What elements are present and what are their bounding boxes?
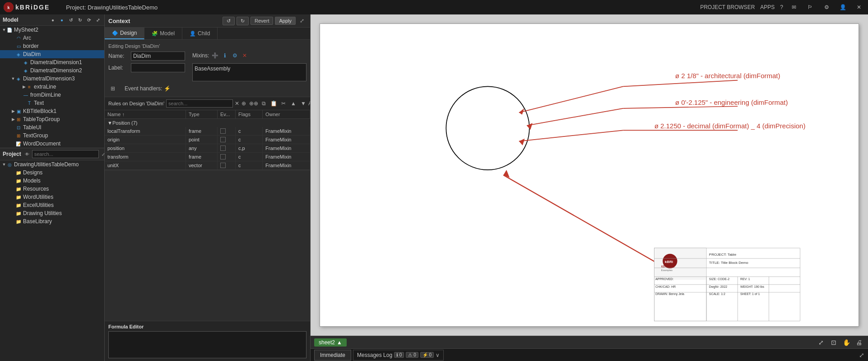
canvas-zoom-icon[interactable]: ⤢ — [816, 337, 826, 348]
tree-item-arc[interactable]: ◠ Arc — [0, 34, 104, 42]
mixins-add-icon[interactable]: ➕ — [211, 52, 219, 60]
mail-icon[interactable]: ✉ — [789, 2, 799, 13]
proj-resources[interactable]: 📁 Resources — [0, 185, 104, 193]
tree-item-dd2[interactable]: ◈ DiametralDimension2 — [0, 66, 104, 75]
rules-down-icon[interactable]: ▼ — [299, 99, 308, 108]
textgroup-icon: ⊞ — [15, 132, 22, 139]
dd1-icon: ◈ — [23, 59, 29, 66]
label-input[interactable] — [131, 63, 185, 72]
rules-az-icon[interactable]: A↕Z — [309, 99, 310, 108]
cell-position-name: position — [105, 144, 186, 152]
proj-designs[interactable]: 📁 Designs — [0, 169, 104, 177]
models-label: Models — [23, 178, 41, 184]
tree-item-tabletopgroup[interactable]: ▶ ⊞ TableTopGroup — [0, 115, 104, 123]
svg-text:ø 0'-2.125" - engineering (dim: ø 0'-2.125" - engineering (dimFormat) — [675, 98, 788, 106]
messages-tab[interactable]: Messages Log ℹ 0 ⚠ 0 ⚡ 0 ∨ — [353, 350, 444, 361]
copy-icon[interactable]: ⊞ — [108, 84, 117, 93]
rules-search-input[interactable] — [166, 99, 233, 108]
cell-origin-owner: FrameMixin — [263, 136, 310, 144]
flag-icon[interactable]: 🏳 — [805, 2, 816, 13]
canvas-pan-icon[interactable]: ✋ — [841, 337, 852, 348]
rules-cut-icon[interactable]: ✂ — [279, 99, 288, 108]
model-icon-1[interactable]: ● — [49, 16, 56, 23]
tree-item-tableui[interactable]: ⊡ TableUI — [0, 123, 104, 131]
mixins-info-icon[interactable]: ℹ — [221, 52, 229, 60]
tree-label-worddoc: WordDocument — [23, 141, 60, 147]
proj-drawingutilities[interactable]: 📁 Drawing Utilities — [0, 209, 104, 217]
undo-button[interactable]: ↺ — [223, 17, 235, 25]
help-link[interactable]: ? — [780, 4, 783, 10]
editing-title: Editing Design 'DiaDim' — [108, 43, 306, 49]
apps-link[interactable]: APPS — [760, 4, 775, 10]
rules-paste-icon[interactable]: 📋 — [269, 99, 278, 108]
tree-item-worddoc[interactable]: 📝 WordDocument — [0, 140, 104, 148]
tree-item-border[interactable]: ▭ border — [0, 42, 104, 50]
mixins-remove-icon[interactable]: ✕ — [241, 52, 249, 60]
canvas-select-icon[interactable]: ⊡ — [828, 337, 839, 348]
proj-baselibrary[interactable]: 📁 BaseLibrary — [0, 217, 104, 225]
project-eye-icon[interactable]: 👁 — [25, 150, 29, 158]
checkbox-position[interactable] — [220, 145, 226, 151]
checkbox-unitx[interactable] — [220, 163, 226, 168]
tree-item-mysheet2[interactable]: ▼ 📄 MySheet2 — [0, 26, 104, 34]
user-icon[interactable]: 👤 — [837, 2, 848, 13]
project-search-input[interactable] — [32, 150, 99, 158]
redo-button[interactable]: ↻ — [237, 17, 249, 25]
proj-root-item[interactable]: ▼ ◎ DrawingUtilitiesTableDemo — [0, 160, 104, 169]
svg-text:kBRiDGE: kBRiDGE — [661, 265, 675, 268]
tree-item-kbtitleblock[interactable]: ▶ ▣ KBTitleBlock1 — [0, 107, 104, 115]
model-icon-3[interactable]: ↺ — [67, 16, 74, 23]
position-group-header[interactable]: ▼ Position (7) — [105, 119, 310, 127]
cell-unitx-flags: c — [236, 161, 263, 169]
immediate-tab[interactable]: Immediate — [314, 350, 351, 361]
svg-text:REV: 1: REV: 1 — [740, 277, 750, 281]
mixins-settings-icon[interactable]: ⚙ — [231, 52, 239, 60]
settings-icon[interactable]: ⚙ — [821, 2, 832, 13]
model-icon-4[interactable]: ↻ — [76, 16, 84, 23]
cell-localtransform-ev — [218, 127, 236, 135]
model-icon-5[interactable]: ⟳ — [85, 16, 93, 23]
checkbox-localtransform[interactable] — [220, 128, 226, 134]
sheet-tab[interactable]: sheet2 ▲ — [314, 338, 347, 347]
svg-text:CHK/CAD: HR: CHK/CAD: HR — [655, 285, 676, 288]
tree-item-fromdimline[interactable]: — fromDimLine — [0, 91, 104, 99]
close-icon[interactable]: ✕ — [854, 2, 864, 13]
tree-label-extraline: extraLine — [34, 84, 56, 90]
tab-design[interactable]: 🔷 Design — [105, 28, 144, 39]
apply-button[interactable]: Apply — [275, 17, 296, 25]
tree-item-diadim[interactable]: ◈ DiaDim — [0, 50, 104, 58]
rules-clear-icon[interactable]: ✕ — [235, 99, 239, 108]
tree-item-dd3[interactable]: ▼ ◈ DiametralDimension3 — [0, 75, 104, 83]
tree-item-dd1[interactable]: ◈ DiametralDimension1 — [0, 58, 104, 66]
name-input[interactable] — [131, 52, 185, 61]
tree-label-mysheet2: MySheet2 — [14, 27, 38, 33]
rules-up-icon[interactable]: ▲ — [289, 99, 298, 108]
proj-wordutilities[interactable]: 📁 WordUtilities — [0, 193, 104, 201]
proj-excelutilities[interactable]: 📁 ExcelUtilities — [0, 201, 104, 209]
model-fullscreen[interactable]: ⤢ — [94, 16, 102, 23]
canvas-print-icon[interactable]: 🖨 — [854, 337, 864, 348]
project-browser-link[interactable]: PROJECT BROWSER — [700, 4, 755, 10]
tab-child[interactable]: 👤 Child — [182, 28, 218, 39]
rules-add-icon[interactable]: ⊕ — [239, 99, 248, 108]
tab-model[interactable]: 🧩 Model — [144, 28, 182, 39]
revert-button[interactable]: Revert — [251, 17, 273, 25]
cell-position-ev — [218, 144, 236, 152]
model-icon-2[interactable]: ● — [58, 16, 65, 23]
messages-expand-icon[interactable]: ∨ — [436, 352, 440, 358]
project-expand-icon[interactable]: ⤢ — [102, 150, 104, 158]
checkbox-transform[interactable] — [220, 154, 226, 159]
rules-addplus-icon[interactable]: ⊕⊕ — [249, 99, 258, 108]
context-fullscreen[interactable]: ⤢ — [297, 16, 306, 25]
tree-item-textgroup[interactable]: ⊞ TextGroup — [0, 131, 104, 140]
bottom-expand-icon[interactable]: ⤢ — [859, 352, 864, 359]
tree-item-text[interactable]: T Text — [0, 99, 104, 107]
formula-area[interactable] — [108, 331, 306, 358]
svg-text:PROJECT: Table: PROJECT: Table — [709, 253, 737, 257]
rules-copy-icon[interactable]: ⧉ — [259, 99, 268, 108]
event-row: Event handlers: ⚡ — [125, 85, 306, 92]
proj-models[interactable]: 📁 Models — [0, 177, 104, 185]
model-header: Model ● ● ↺ ↻ ⟳ ⤢ — [0, 14, 104, 26]
tree-item-extraline[interactable]: ▶ ≡ extraLine — [0, 83, 104, 91]
checkbox-origin[interactable] — [220, 137, 226, 142]
